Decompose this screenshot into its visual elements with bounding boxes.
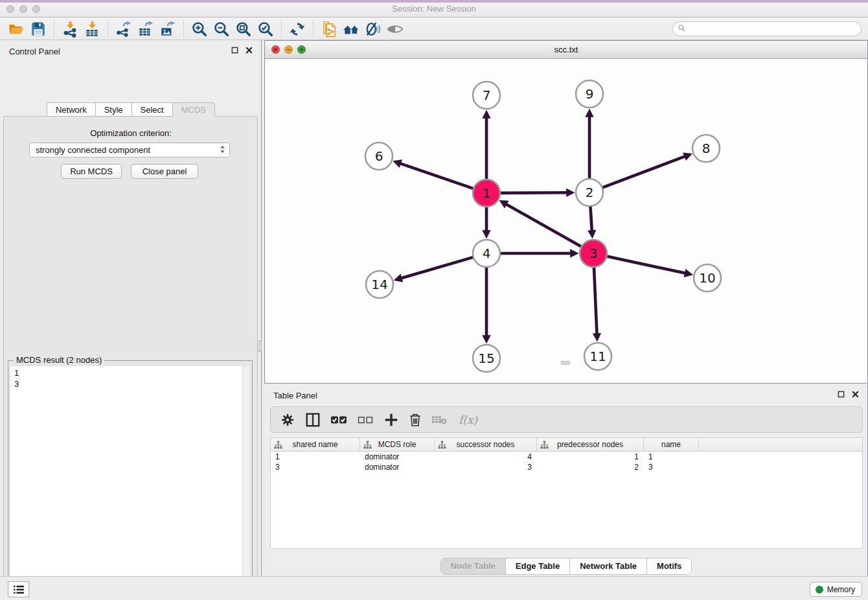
eye-icon[interactable] [384, 19, 406, 39]
column-header-predecessor-nodes[interactable]: predecessor nodes [537, 438, 644, 451]
network-window-titlebar[interactable]: scc.txt [265, 41, 867, 59]
hierarchy-icon [540, 441, 549, 449]
trash-icon[interactable] [409, 411, 422, 429]
tab-edge-table[interactable]: Edge Table [506, 559, 570, 574]
float-table-panel-icon[interactable] [837, 390, 845, 398]
zoom-fit-icon[interactable] [233, 19, 255, 39]
edge-1-2[interactable] [500, 192, 567, 193]
save-icon[interactable] [27, 19, 49, 39]
edge-3-11[interactable] [594, 267, 597, 334]
horizontal-splitter-handle[interactable] [561, 361, 570, 365]
application-window: Session: New Session Control Panel Netwo… [0, 0, 868, 600]
table-panel-header: Table Panel [264, 384, 867, 406]
column-header-shared-name[interactable]: shared name [271, 438, 360, 451]
table-header-row: shared nameMCDS rolesuccessor nodesprede… [271, 438, 862, 452]
node-table[interactable]: shared nameMCDS rolesuccessor nodesprede… [270, 437, 863, 549]
cell-successor-nodes: 3 [435, 463, 537, 472]
add-icon[interactable] [383, 411, 399, 429]
hierarchy-icon [363, 441, 372, 449]
control-panel: Control Panel NetworkStyleSelectMCDS Opt… [0, 40, 262, 576]
table-toolbar: f(x) [270, 406, 863, 433]
select-all-icon[interactable] [330, 411, 347, 429]
criterion-select[interactable]: strongly connected component [29, 143, 230, 157]
close-panel-button[interactable]: Close panel [131, 164, 198, 179]
titlebar-accent [0, 0, 868, 3]
control-panel-tabs: NetworkStyleSelectMCDS [0, 102, 262, 117]
control-panel-title: Control Panel [9, 47, 60, 56]
column-header-MCDS-role[interactable]: MCDS role [360, 438, 435, 451]
homes-icon[interactable] [340, 19, 362, 39]
table-row[interactable]: 3dominator323 [271, 462, 862, 472]
float-panel-icon[interactable] [231, 46, 239, 54]
network-view-window: scc.txt 7968124314101511 [264, 40, 868, 384]
tab-network[interactable]: Network [47, 102, 95, 117]
export-network-icon[interactable] [113, 19, 135, 39]
vizmap-icon[interactable] [362, 19, 384, 39]
zoom-in-icon[interactable] [188, 19, 211, 39]
edge-1-6[interactable] [400, 163, 474, 189]
search-field[interactable] [672, 21, 862, 36]
table-panel: Table Panel f(x) shared nameMCDS rolesuc… [264, 384, 868, 576]
criterion-value: strongly connected component [36, 145, 220, 155]
cell-predecessor-nodes: 1 [537, 452, 644, 461]
control-panel-header: Control Panel [0, 40, 261, 62]
toolbar-separator [54, 21, 54, 38]
tab-motifs[interactable]: Motifs [647, 559, 691, 574]
memory-status-icon [816, 586, 823, 594]
show-panels-button[interactable] [8, 581, 29, 597]
vertical-splitter-handle[interactable] [257, 340, 262, 352]
run-mcds-button[interactable]: Run MCDS [61, 164, 122, 179]
tab-mcds[interactable]: MCDS [172, 102, 215, 117]
zoom-selected-icon[interactable] [255, 19, 277, 39]
network-graph[interactable]: 7968124314101511 [265, 59, 867, 383]
table-body: 1dominator4113dominator323 [271, 452, 862, 472]
toolbar-separator [313, 21, 314, 38]
tab-style[interactable]: Style [95, 102, 131, 117]
deselect-all-icon[interactable] [357, 411, 374, 429]
edge-3-10[interactable] [607, 256, 685, 273]
cell-name: 1 [644, 452, 699, 461]
memory-button[interactable]: Memory [810, 582, 862, 597]
network-canvas[interactable]: 7968124314101511 [265, 59, 867, 383]
hierarchy-icon [274, 441, 282, 449]
column-label: name [661, 440, 681, 449]
gear-icon[interactable] [280, 411, 295, 429]
node-label-15: 15 [478, 351, 494, 366]
column-header-successor-nodes[interactable]: successor nodes [435, 438, 537, 451]
close-table-panel-icon[interactable] [851, 390, 860, 398]
mcds-result-scrollbar[interactable] [242, 366, 250, 600]
export-table-icon[interactable] [135, 19, 157, 39]
node-label-10: 10 [699, 270, 715, 286]
cell-successor-nodes: 4 [435, 452, 537, 461]
zoom-out-icon[interactable] [211, 19, 233, 39]
edge-2-8[interactable] [602, 156, 685, 187]
fx-icon: f(x) [457, 411, 479, 429]
table-row[interactable]: 1dominator411 [271, 452, 862, 462]
export-image-icon[interactable] [157, 19, 179, 39]
tab-network-table[interactable]: Network Table [570, 559, 647, 574]
network-view-title: scc.txt [265, 45, 867, 54]
column-label: shared name [292, 440, 337, 449]
import-table-icon[interactable] [81, 19, 103, 39]
edge-4-14[interactable] [402, 257, 474, 278]
import-network-icon[interactable] [59, 19, 81, 39]
tab-select[interactable]: Select [131, 102, 172, 117]
mcds-result-groupbox: MCDS result (2 nodes) 1 3 [8, 360, 253, 600]
search-icon [678, 23, 686, 35]
split-columns-icon[interactable] [305, 411, 321, 429]
column-header-name[interactable]: name [644, 438, 699, 451]
refresh-icon[interactable] [286, 19, 308, 39]
column-label: successor nodes [456, 440, 514, 449]
cell-MCDS-role: dominator [360, 463, 435, 472]
toolbar-separator [108, 21, 108, 38]
mcds-result-text[interactable]: 1 3 [10, 366, 244, 600]
copy-network-icon[interactable] [318, 19, 340, 39]
open-icon[interactable] [5, 19, 27, 39]
tab-node-table[interactable]: Node Table [441, 559, 506, 574]
edge-2-3[interactable] [590, 206, 591, 231]
column-label: predecessor nodes [557, 440, 623, 449]
search-input[interactable] [686, 22, 861, 36]
node-label-8: 8 [702, 141, 711, 156]
edge-3-1[interactable] [506, 204, 581, 247]
close-panel-icon[interactable] [245, 46, 253, 54]
